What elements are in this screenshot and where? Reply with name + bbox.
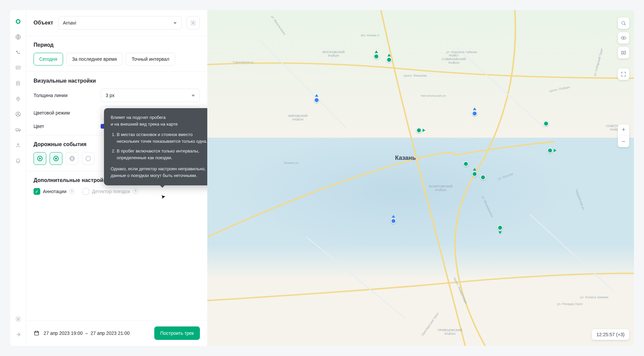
map-layers-button[interactable] bbox=[618, 47, 629, 58]
zoom-out-button[interactable]: − bbox=[618, 136, 629, 147]
map-marker[interactable] bbox=[497, 225, 503, 230]
wheel-icon[interactable] bbox=[15, 111, 21, 118]
svg-point-14 bbox=[623, 37, 624, 39]
road-yamash: просп. Ямашева bbox=[404, 74, 427, 77]
globe-icon[interactable] bbox=[15, 34, 21, 40]
checkbox-icon bbox=[83, 188, 89, 195]
period-recent[interactable]: За последнее время bbox=[66, 53, 123, 65]
map-clock: 12:25:57 (+3) bbox=[592, 329, 629, 340]
map[interactable]: Казань вкз. Казань-2 МОСКОВСКИЙРАЙОН НОВ… bbox=[207, 10, 634, 346]
thickness-label: Толщина линии bbox=[34, 93, 101, 98]
event-play-toggle[interactable] bbox=[34, 152, 46, 165]
event-stop-toggle[interactable] bbox=[50, 152, 62, 165]
stop-icon bbox=[53, 156, 59, 161]
road-zorge: ул. Рихарда Зорге bbox=[557, 302, 583, 306]
tooltip-item-2: В пробег включаются только интервалы, оп… bbox=[117, 148, 207, 161]
map-tools bbox=[618, 17, 629, 80]
road-gork: Горьковское ш. bbox=[233, 60, 254, 64]
build-track-button[interactable]: Построить трек bbox=[154, 326, 200, 340]
chat-icon[interactable] bbox=[15, 64, 21, 71]
color-label: Цвет bbox=[34, 124, 101, 129]
district-novo: НОВО-САВИНОВСКИЙРАЙОН bbox=[442, 54, 466, 64]
dollar-icon: S bbox=[69, 156, 75, 161]
map-marker[interactable] bbox=[374, 54, 379, 59]
user-icon[interactable] bbox=[15, 142, 21, 148]
zoom-in-button[interactable]: + bbox=[618, 124, 629, 136]
trip-detector-check[interactable]: Детектор поездок ? bbox=[83, 188, 138, 195]
map-marker[interactable] bbox=[480, 175, 486, 180]
doc-icon[interactable] bbox=[15, 80, 21, 87]
period-exact[interactable]: Точный интервал bbox=[126, 53, 175, 65]
road-zakieva: ул. Юлиуса Закиева bbox=[580, 296, 608, 299]
svg-point-3 bbox=[17, 98, 18, 99]
visual-title: Визуальные настройки bbox=[34, 78, 200, 84]
checkbox-icon: ✓ bbox=[34, 188, 40, 195]
svg-point-8 bbox=[19, 131, 19, 131]
date-range[interactable]: 27 апр 2023 19:00 – 27 апр 2023 21:00 bbox=[44, 330, 150, 336]
map-marker[interactable] bbox=[391, 218, 396, 224]
svg-rect-1 bbox=[16, 66, 20, 69]
tracks-icon[interactable] bbox=[15, 49, 21, 56]
truck-icon[interactable] bbox=[15, 126, 21, 133]
trip-detector-label: Детектор поездок bbox=[92, 189, 130, 194]
map-zoom: + − bbox=[618, 124, 629, 147]
object-row: Объект Arnavi bbox=[26, 10, 207, 36]
annotations-label: Аннотации bbox=[43, 189, 66, 194]
svg-rect-6 bbox=[16, 129, 18, 131]
map-visibility-button[interactable] bbox=[618, 32, 629, 44]
map-roads-layer bbox=[207, 10, 634, 346]
svg-point-11 bbox=[193, 22, 194, 24]
object-label: Объект bbox=[34, 20, 53, 26]
nav-rail bbox=[10, 10, 26, 346]
collapse-icon[interactable] bbox=[15, 331, 21, 338]
circle-icon bbox=[86, 156, 91, 161]
period-section: Период Сегодня За последнее время Точный… bbox=[26, 36, 207, 72]
district-vakh: ВАХИТОВСКИЙРАЙОН bbox=[429, 185, 452, 192]
district-moscow: МОСКОВСКИЙРАЙОН bbox=[322, 50, 345, 58]
settings-icon[interactable] bbox=[15, 316, 21, 322]
station-label: вкз. Казань-2 bbox=[361, 34, 379, 37]
event-toll-toggle[interactable]: S bbox=[66, 152, 78, 165]
svg-rect-12 bbox=[35, 331, 39, 335]
object-settings-button[interactable] bbox=[186, 16, 200, 30]
map-marker[interactable] bbox=[472, 171, 477, 177]
trip-detector-help-icon[interactable]: ? bbox=[133, 189, 138, 194]
annotations-help-icon[interactable]: ? bbox=[69, 189, 74, 194]
district-priv: ПРИВОЛЖСКИЙРАЙОН bbox=[438, 328, 463, 336]
brand-icon[interactable] bbox=[15, 18, 21, 25]
svg-point-9 bbox=[17, 144, 19, 145]
annotations-check[interactable]: ✓ Аннотации ? bbox=[34, 188, 74, 195]
district-kirov: КИРОВСКИЙРАЙОН bbox=[288, 114, 308, 122]
colormode-label: Цветовой режим bbox=[34, 110, 101, 116]
city-label: Казань bbox=[395, 154, 416, 162]
tooltip-footer: Однако, если детектор настроен неправиль… bbox=[111, 166, 207, 179]
svg-point-10 bbox=[17, 318, 19, 320]
road-chuik: ул. Маршала Чуйкова bbox=[446, 50, 477, 54]
period-segmented: Сегодня За последнее время Точный интерв… bbox=[34, 53, 200, 65]
event-extra-toggle[interactable] bbox=[82, 152, 95, 165]
map-search-button[interactable] bbox=[618, 17, 629, 29]
bell-icon[interactable] bbox=[15, 157, 21, 164]
play-icon bbox=[37, 156, 43, 161]
pin-icon[interactable] bbox=[15, 95, 21, 102]
tooltip-head-line1: Влияет на подсчет пробега bbox=[111, 114, 207, 121]
panel-footer: 27 апр 2023 19:00 – 27 апр 2023 21:00 По… bbox=[26, 320, 207, 346]
tooltip-item-1: В местах остановок и стоянок вместо неск… bbox=[117, 131, 207, 144]
calendar-icon bbox=[34, 330, 40, 336]
map-fullscreen-button[interactable] bbox=[618, 69, 629, 80]
road-chist: Чистопольская ул. bbox=[421, 94, 446, 97]
period-title: Период bbox=[34, 42, 200, 48]
map-marker[interactable] bbox=[472, 111, 477, 116]
settings-panel: Объект Arnavi Период Сегодня За последне… bbox=[26, 10, 207, 346]
road-boev: Боевая ул. bbox=[284, 161, 299, 165]
map-marker[interactable] bbox=[314, 97, 319, 103]
map-marker[interactable] bbox=[543, 121, 549, 126]
trip-detector-tooltip: Влияет на подсчет пробега и на внешний в… bbox=[104, 108, 214, 185]
svg-point-7 bbox=[16, 131, 17, 131]
object-select[interactable]: Arnavi bbox=[58, 16, 182, 30]
thickness-select[interactable]: 3 px bbox=[101, 89, 200, 102]
svg-point-13 bbox=[622, 21, 625, 25]
period-today[interactable]: Сегодня bbox=[34, 53, 63, 65]
tooltip-head-line2: и на внешний вид трека на карте bbox=[111, 121, 207, 128]
